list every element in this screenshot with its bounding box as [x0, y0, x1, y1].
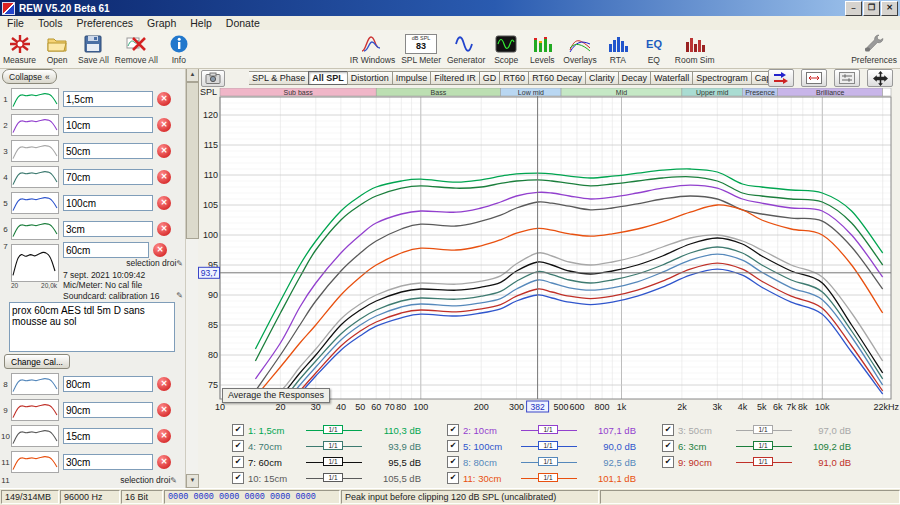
measurement-name-input[interactable] — [63, 195, 153, 211]
toolbar-overlays[interactable]: Overlays — [560, 30, 600, 68]
minimize-button[interactable]: – — [845, 1, 862, 16]
measurement-name-input[interactable] — [63, 242, 149, 258]
measurement-name-input[interactable] — [63, 376, 153, 392]
measurement-name-input[interactable] — [63, 143, 153, 159]
delete-measurement-button[interactable]: ✕ — [157, 455, 171, 469]
spl-graph[interactable]: Sub bassBassLow midMidUpper midPresenceB… — [198, 88, 900, 420]
tab-filtered-ir[interactable]: Filtered IR — [430, 71, 480, 85]
collapse-button[interactable]: Collapse« — [2, 69, 57, 84]
toolbar-save-all[interactable]: Save All — [75, 30, 112, 68]
legend-checkbox[interactable]: ✔ — [662, 440, 674, 452]
legend-checkbox[interactable]: ✔ — [662, 424, 674, 436]
toolbar-preferences[interactable]: Preferences — [848, 30, 900, 68]
menu-help[interactable]: Help — [183, 17, 219, 29]
delete-measurement-button[interactable]: ✕ — [157, 377, 171, 391]
toolbar-spl-meter[interactable]: dB SPL83SPL Meter — [398, 30, 444, 68]
tab-clarity[interactable]: Clarity — [585, 71, 619, 85]
legend-smoothing[interactable]: 1/1 — [538, 473, 558, 482]
measurement-name-input[interactable] — [63, 169, 153, 185]
measurement-notes[interactable] — [9, 302, 175, 352]
tab-gd[interactable]: GD — [479, 71, 501, 85]
graph-traces-button[interactable] — [768, 69, 794, 87]
tab-impulse[interactable]: Impulse — [392, 71, 432, 85]
legend-checkbox[interactable]: ✔ — [447, 424, 459, 436]
toolbar-open[interactable]: Open — [39, 30, 75, 68]
tab-all-spl[interactable]: All SPL — [308, 71, 348, 85]
tab-rt60[interactable]: RT60 — [499, 71, 529, 85]
graph-layout-button[interactable] — [834, 69, 860, 87]
legend-checkbox[interactable]: ✔ — [447, 472, 459, 484]
menu-donate[interactable]: Donate — [219, 17, 267, 29]
legend-smoothing[interactable]: 1/1 — [753, 441, 773, 450]
graph-limits-button[interactable] — [801, 69, 827, 87]
legend-checkbox[interactable]: ✔ — [447, 440, 459, 452]
measurement-name-input[interactable] — [63, 221, 153, 237]
delete-measurement-button[interactable]: ✕ — [157, 429, 171, 443]
sidebar-scrollbar[interactable]: ▲ ▼ — [185, 68, 198, 488]
toolbar-generator[interactable]: Generator — [444, 30, 488, 68]
legend-checkbox[interactable]: ✔ — [447, 456, 459, 468]
tab-spl-phase[interactable]: SPL & Phase — [249, 71, 309, 85]
measurement-name-input[interactable] — [63, 428, 153, 444]
legend-smoothing[interactable]: 1/1 — [753, 457, 773, 466]
tab-decay[interactable]: Decay — [618, 71, 652, 85]
graph-pan-button[interactable] — [867, 69, 893, 87]
legend-smoothing[interactable]: 1/1 — [323, 441, 343, 450]
legend-smoothing[interactable]: 1/1 — [323, 473, 343, 482]
delete-measurement-button[interactable]: ✕ — [157, 92, 171, 106]
legend-smoothing[interactable]: 1/1 — [538, 441, 558, 450]
delete-measurement-button[interactable]: ✕ — [157, 170, 171, 184]
legend-smoothing[interactable]: 1/1 — [323, 425, 343, 434]
measurement-name-input[interactable] — [63, 402, 153, 418]
tab-spectrogram[interactable]: Spectrogram — [692, 71, 752, 85]
delete-measurement-button[interactable]: ✕ — [157, 403, 171, 417]
measurement-thumbnail[interactable] — [11, 451, 59, 473]
average-responses-button[interactable]: Average the Responses — [222, 388, 330, 403]
delete-measurement-button[interactable]: ✕ — [157, 144, 171, 158]
toolbar-scope[interactable]: Scope — [488, 30, 524, 68]
menu-graph[interactable]: Graph — [140, 17, 183, 29]
legend-checkbox[interactable]: ✔ — [662, 456, 674, 468]
legend-checkbox[interactable]: ✔ — [232, 456, 244, 468]
measurement-name-input[interactable] — [63, 117, 153, 133]
toolbar-remove-all[interactable]: Remove All — [112, 30, 161, 68]
maximize-button[interactable]: ❐ — [863, 1, 880, 16]
toolbar-room-sim[interactable]: Room Sim — [672, 30, 718, 68]
measurement-thumbnail[interactable] — [11, 425, 59, 447]
legend-checkbox[interactable]: ✔ — [232, 472, 244, 484]
legend-smoothing[interactable]: 1/1 — [538, 457, 558, 466]
scrollbar-thumb[interactable] — [186, 82, 199, 239]
legend-smoothing[interactable]: 1/1 — [538, 425, 558, 434]
toolbar-measure[interactable]: Measure — [0, 30, 39, 68]
measurement-name-input[interactable] — [63, 91, 153, 107]
edit-icon[interactable]: ✎ — [170, 476, 177, 485]
change-cal-button[interactable]: Change Cal... — [4, 354, 70, 369]
measurement-thumbnail[interactable] — [11, 88, 59, 110]
toolbar-rta[interactable]: RTA — [600, 30, 636, 68]
delete-measurement-button[interactable]: ✕ — [157, 118, 171, 132]
legend-checkbox[interactable]: ✔ — [232, 440, 244, 452]
measurement-thumbnail[interactable] — [11, 218, 59, 240]
menu-preferences[interactable]: Preferences — [69, 17, 140, 29]
legend-smoothing[interactable]: 1/1 — [753, 425, 773, 434]
legend-checkbox[interactable]: ✔ — [232, 424, 244, 436]
measurement-thumbnail[interactable] — [11, 166, 59, 188]
toolbar-eq[interactable]: EQEQ — [636, 30, 672, 68]
measurement-thumbnail[interactable] — [11, 399, 59, 421]
scroll-down-icon[interactable]: ▼ — [186, 474, 199, 488]
measurement-thumbnail[interactable] — [11, 114, 59, 136]
delete-measurement-button[interactable]: ✕ — [157, 222, 171, 236]
delete-measurement-button[interactable]: ✕ — [157, 196, 171, 210]
measurement-thumbnail[interactable] — [11, 373, 59, 395]
toolbar-ir-windows[interactable]: IR Windows — [347, 30, 398, 68]
graph-capture-button[interactable] — [201, 70, 225, 87]
tab-captured[interactable]: Captured — [751, 71, 768, 85]
menu-file[interactable]: File — [0, 17, 31, 29]
menu-tools[interactable]: Tools — [31, 17, 70, 29]
tab-distortion[interactable]: Distortion — [347, 71, 393, 85]
measurement-name-input[interactable] — [63, 454, 153, 470]
measurement-thumbnail[interactable] — [11, 192, 59, 214]
toolbar-levels[interactable]: Levels — [524, 30, 560, 68]
toolbar-info[interactable]: Info — [161, 30, 197, 68]
edit-icon[interactable]: ✎ — [176, 259, 183, 268]
